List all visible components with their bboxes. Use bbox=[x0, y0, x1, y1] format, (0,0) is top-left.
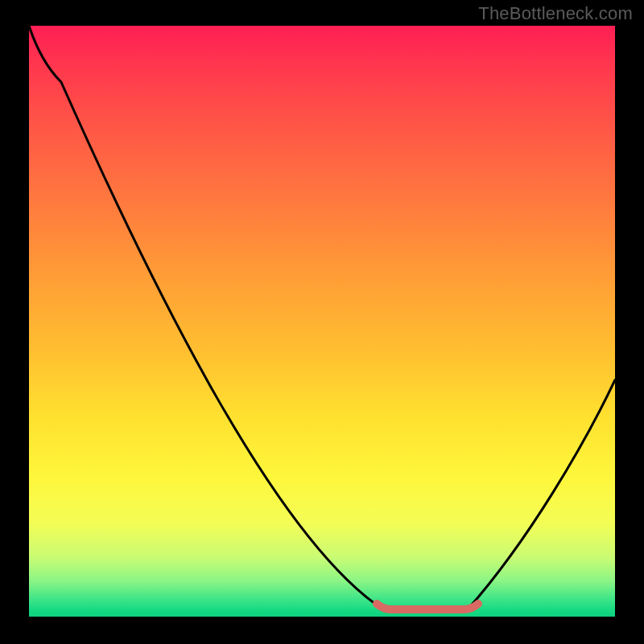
bottleneck-curve bbox=[29, 26, 615, 617]
bottleneck-curve-path bbox=[29, 26, 615, 609]
watermark-text: TheBottleneck.com bbox=[478, 3, 633, 24]
plot-area bbox=[29, 26, 615, 617]
optimum-highlight bbox=[377, 604, 478, 609]
chart-frame: TheBottleneck.com bbox=[0, 0, 644, 644]
